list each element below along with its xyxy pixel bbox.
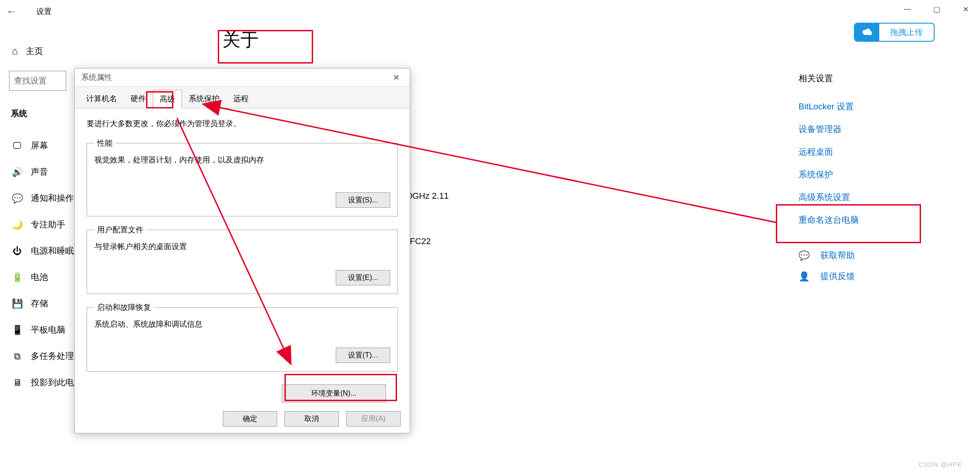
home-icon: ⌂ (12, 45, 18, 57)
nav-label: 电源和睡眠 (31, 245, 74, 257)
nav-icon: 📱 (12, 324, 23, 335)
home-label: 主页 (26, 45, 43, 57)
related-link-5[interactable]: 重命名这台电脑 (799, 209, 944, 231)
performance-desc: 视觉效果，处理器计划，内存使用，以及虚拟内存 (94, 155, 390, 165)
nav-icon: 🖵 (12, 141, 23, 151)
dialog-tab-1[interactable]: 硬件 (124, 89, 153, 108)
close-button[interactable]: ✕ (951, 0, 980, 18)
dialog-tab-3[interactable]: 系统保护 (182, 89, 226, 108)
svg-rect-3 (864, 32, 871, 35)
home-link[interactable]: ⌂ 主页 (9, 41, 145, 71)
performance-fieldset: 性能 视觉效果，处理器计划，内存使用，以及虚拟内存 设置(S)... (87, 138, 398, 216)
related-link-3[interactable]: 系统保护 (799, 163, 944, 186)
minimize-button[interactable]: — (893, 0, 922, 18)
related-link-1[interactable]: 设备管理器 (799, 118, 944, 141)
dialog-title: 系统属性 (81, 72, 389, 83)
nav-label: 电池 (31, 271, 48, 283)
feedback-link[interactable]: 👤 提供反馈 (799, 266, 944, 287)
nav-label: 存储 (31, 298, 48, 309)
system-properties-dialog: 系统属性 ✕ 计算机名硬件高级系统保护远程 要进行大多数更改，你必须作为管理员登… (74, 68, 410, 433)
related-link-0[interactable]: BitLocker 设置 (799, 95, 944, 118)
nav-label: 通知和操作 (31, 192, 74, 204)
related-link-2[interactable]: 远程桌面 (799, 141, 944, 163)
performance-legend: 性能 (94, 138, 115, 148)
user-profile-desc: 与登录帐户相关的桌面设置 (94, 241, 390, 252)
titlebar-title: 设置 (36, 6, 52, 17)
dialog-body: 要进行大多数更改，你必须作为管理员登录。 性能 视觉效果，处理器计划，内存使用，… (75, 108, 410, 412)
settings-titlebar: ← 设置 (0, 0, 980, 23)
back-button[interactable]: ← (0, 5, 23, 18)
nav-label: 多任务处理 (31, 350, 74, 362)
feedback-icon: 👤 (799, 271, 808, 282)
user-profile-settings-button[interactable]: 设置(E)... (336, 270, 390, 285)
ok-button[interactable]: 确定 (223, 411, 277, 427)
watermark: CSDN @HPE . (919, 461, 966, 468)
dialog-titlebar[interactable]: 系统属性 ✕ (75, 69, 410, 87)
dialog-close-button[interactable]: ✕ (389, 71, 403, 84)
nav-icon: 🔋 (12, 272, 23, 283)
user-profile-legend: 用户配置文件 (94, 225, 146, 235)
dialog-tab-2[interactable]: 高级 (153, 90, 182, 108)
cancel-button[interactable]: 取消 (284, 411, 339, 427)
nav-icon: 🖥 (12, 378, 23, 388)
window-controls: — ▢ ✕ (893, 0, 980, 18)
drag-upload-widget[interactable]: 拖拽上传 (854, 23, 935, 42)
dialog-footer: 确定 取消 应用(A) (223, 411, 401, 427)
page-title: 关于 (222, 27, 631, 52)
search-input[interactable]: 查找设置 (9, 71, 66, 91)
environment-variables-button[interactable]: 环境变量(N)... (282, 384, 386, 402)
startup-fieldset: 启动和故障恢复 系统启动、系统故障和调试信息 设置(T)... (87, 302, 398, 372)
search-placeholder: 查找设置 (14, 75, 47, 86)
related-settings: 相关设置 BitLocker 设置设备管理器远程桌面系统保护高级系统设置重命名这… (799, 73, 944, 287)
nav-icon: 💬 (12, 193, 23, 204)
apply-button[interactable]: 应用(A) (346, 411, 401, 427)
nav-icon: 🌙 (12, 219, 23, 230)
performance-settings-button[interactable]: 设置(S)... (336, 192, 390, 208)
admin-note: 要进行大多数更改，你必须作为管理员登录。 (87, 118, 398, 129)
nav-icon: ⧉ (12, 351, 23, 362)
nav-label: 声音 (31, 166, 48, 178)
maximize-button[interactable]: ▢ (922, 0, 951, 18)
related-head: 相关设置 (799, 73, 944, 84)
nav-label: 屏幕 (31, 140, 48, 152)
help-icon: 💬 (799, 250, 808, 261)
nav-icon: 💾 (12, 298, 23, 309)
nav-icon: 🔊 (12, 167, 23, 177)
related-link-4[interactable]: 高级系统设置 (799, 186, 944, 209)
nav-icon: ⏻ (12, 246, 23, 256)
startup-settings-button[interactable]: 设置(T)... (336, 348, 390, 363)
nav-label: 专注助手 (31, 219, 65, 231)
get-help-link[interactable]: 💬 获取帮助 (799, 245, 944, 266)
dialog-tabs: 计算机名硬件高级系统保护远程 (75, 87, 410, 108)
cloud-icon (855, 24, 879, 41)
nav-label: 平板电脑 (31, 324, 65, 336)
dialog-tab-4[interactable]: 远程 (226, 89, 255, 108)
startup-desc: 系统启动、系统故障和调试信息 (94, 319, 390, 329)
dialog-tab-0[interactable]: 计算机名 (79, 89, 124, 108)
user-profile-fieldset: 用户配置文件 与登录帐户相关的桌面设置 设置(E)... (87, 225, 398, 294)
upload-label: 拖拽上传 (879, 27, 934, 38)
startup-legend: 启动和故障恢复 (94, 302, 154, 313)
